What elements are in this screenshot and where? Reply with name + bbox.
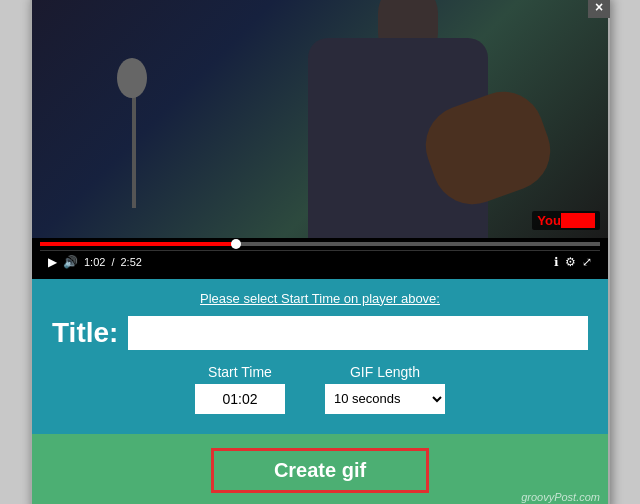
video-controls-bar: ▶ 🔊 1:02 / 2:52 ℹ ⚙ ⤢ — [40, 250, 600, 273]
info-button[interactable]: ℹ — [554, 255, 559, 269]
create-gif-button[interactable]: Create gif — [211, 448, 429, 493]
progress-bar[interactable] — [40, 242, 600, 246]
start-time-group: Start Time — [195, 364, 285, 414]
start-time-label: Start Time — [208, 364, 272, 380]
create-section: Create gif groovyPost.com — [32, 434, 608, 505]
controls-right: ℹ ⚙ ⤢ — [554, 255, 592, 269]
progress-indicator — [231, 239, 241, 249]
title-input[interactable] — [128, 316, 588, 350]
gif-length-label: GIF Length — [350, 364, 420, 380]
volume-button[interactable]: 🔊 — [63, 255, 78, 269]
video-player: YouTube — [32, 0, 608, 238]
form-section: Please select Start Time on player above… — [32, 279, 608, 434]
fullscreen-button[interactable]: ⤢ — [582, 255, 592, 269]
title-label: Title: — [52, 317, 118, 349]
gif-length-select[interactable]: 5 seconds 10 seconds 15 seconds 20 secon… — [325, 384, 445, 414]
instruction-text: Please select Start Time on player above… — [52, 291, 588, 306]
watermark: groovyPost.com — [521, 491, 600, 503]
start-time-input[interactable] — [195, 384, 285, 414]
mic-head — [117, 58, 147, 98]
play-button[interactable]: ▶ — [48, 255, 57, 269]
progress-fill — [40, 242, 236, 246]
current-time: 1:02 — [84, 256, 105, 268]
close-button[interactable]: × — [588, 0, 610, 18]
gif-length-group: GIF Length 5 seconds 10 seconds 15 secon… — [325, 364, 445, 414]
video-controls-wrapper: ▶ 🔊 1:02 / 2:52 ℹ ⚙ ⤢ — [32, 238, 608, 279]
youtube-tube: Tube — [561, 213, 595, 228]
youtube-logo: YouTube — [532, 211, 600, 230]
video-thumbnail: YouTube — [32, 0, 608, 238]
mic-stand — [132, 88, 136, 208]
modal: × YouTube ▶ 🔊 1:02 / 2:52 — [30, 0, 610, 504]
time-separator: / — [111, 256, 114, 268]
total-time: 2:52 — [120, 256, 141, 268]
fields-row: Start Time GIF Length 5 seconds 10 secon… — [52, 364, 588, 414]
youtube-you: You — [537, 213, 561, 228]
settings-button[interactable]: ⚙ — [565, 255, 576, 269]
title-row: Title: — [52, 316, 588, 350]
